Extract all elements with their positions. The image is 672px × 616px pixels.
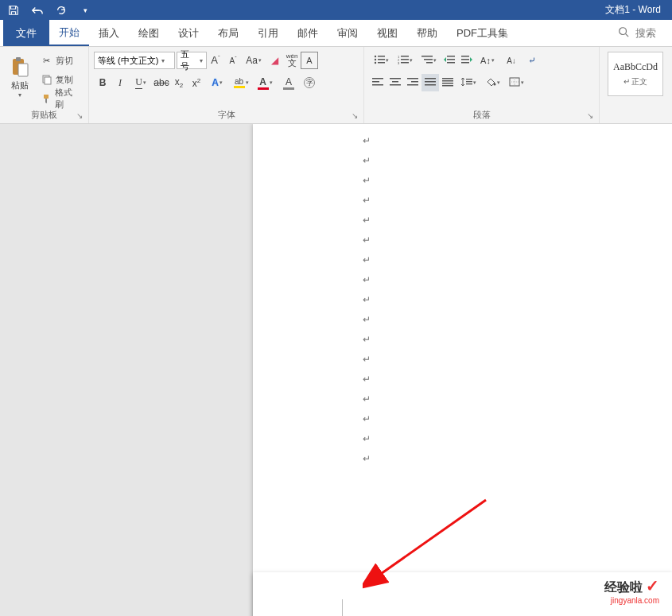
bullets-button[interactable]: ▾ [369, 52, 393, 69]
clear-formatting-button[interactable]: ◢ [266, 52, 283, 69]
font-launcher[interactable]: ↘ [349, 110, 360, 121]
tab-mail[interactable]: 邮件 [288, 20, 328, 46]
undo-button[interactable] [27, 0, 48, 20]
svg-rect-44 [466, 79, 472, 79]
chevron-down-icon: ▾ [473, 79, 476, 86]
highlight-button[interactable]: ab▾ [229, 74, 253, 91]
decrease-indent-button[interactable] [441, 52, 458, 69]
bold-button[interactable]: B [94, 74, 111, 91]
group-paragraph: ▾ 123▾ ▾ A↕▾ A↓ ⤶ ▾ ▾ ▾ 段落 ↘ [364, 47, 600, 123]
underline-button[interactable]: U▾ [129, 74, 153, 91]
tab-draw[interactable]: 绘图 [129, 20, 169, 46]
font-name-select[interactable]: 等线 (中文正文) ▾ [94, 52, 175, 69]
align-left-button[interactable] [369, 74, 386, 91]
svg-rect-36 [407, 84, 418, 86]
tab-references[interactable]: 引用 [248, 20, 288, 46]
character-border-button[interactable]: A [301, 52, 318, 69]
change-case-button[interactable]: Aa▾ [242, 52, 266, 69]
superscript-icon: x2 [192, 77, 200, 89]
svg-rect-24 [447, 62, 455, 64]
line-spacing-button[interactable]: ▾ [456, 74, 480, 91]
enclose-char-button[interactable]: 字 [301, 74, 318, 91]
distribute-button[interactable] [439, 74, 456, 91]
svg-rect-41 [442, 80, 453, 82]
align-right-button[interactable] [404, 74, 421, 91]
redo-icon [56, 5, 67, 16]
chevron-down-icon: ▾ [246, 79, 249, 86]
tab-help[interactable]: 帮助 [407, 20, 447, 46]
svg-rect-39 [425, 84, 436, 86]
font-size-select[interactable]: 五号 ▾ [177, 52, 207, 69]
search-area[interactable]: 搜索 [618, 20, 672, 46]
strikethrough-button[interactable]: abc [153, 74, 170, 91]
style-label: ↵ 正文 [623, 76, 648, 87]
tab-view[interactable]: 视图 [367, 20, 407, 46]
underline-icon: U [135, 76, 142, 89]
italic-button[interactable]: I [111, 74, 129, 91]
chevron-down-icon: ▾ [84, 6, 87, 14]
multilevel-list-button[interactable]: ▾ [417, 52, 441, 69]
svg-rect-46 [466, 83, 472, 84]
svg-rect-37 [425, 78, 436, 79]
svg-rect-40 [442, 78, 453, 79]
asian-layout-button[interactable]: A↕▾ [476, 52, 499, 69]
document-canvas[interactable]: ↵ ↵ ↵ ↵ ↵ ↵ ↵ ↵ ↵ ↵ ↵ ↵ ↵ ↵ ↵ ↵ ↵ 经验啦 ✓ … [0, 124, 672, 616]
svg-rect-38 [425, 81, 436, 83]
paragraph-launcher[interactable]: ↘ [585, 110, 596, 121]
paragraph-mark: ↵ [363, 314, 371, 326]
borders-button[interactable]: ▾ [504, 74, 528, 91]
shrink-font-button[interactable]: Aˇ [224, 52, 242, 69]
chevron-down-icon: ▾ [161, 57, 165, 64]
shrink-font-icon: Aˇ [229, 56, 236, 65]
svg-rect-23 [447, 59, 455, 60]
clipboard-launcher[interactable]: ↘ [74, 110, 85, 121]
tab-insert[interactable]: 插入 [89, 20, 129, 46]
tab-design[interactable]: 设计 [169, 20, 208, 46]
align-right-icon [407, 77, 418, 89]
justify-button[interactable] [421, 74, 439, 91]
check-icon: ✓ [646, 577, 659, 595]
grow-font-icon: Aˆ [211, 54, 219, 66]
page-1[interactable] [253, 124, 672, 616]
align-center-button[interactable] [386, 74, 404, 91]
qat-customize-button[interactable]: ▾ [75, 0, 95, 20]
numbering-button[interactable]: 123▾ [393, 52, 417, 69]
save-button[interactable] [3, 0, 24, 20]
paragraph-mark: ↵ [363, 393, 371, 405]
group-title-font: 字体 ↘ [94, 109, 359, 123]
paragraph-mark: ↵ [363, 274, 371, 286]
format-painter-button[interactable]: 格式刷 [37, 90, 84, 107]
chevron-down-icon: ▾ [433, 57, 437, 64]
sort-button[interactable]: A↓ [499, 52, 523, 69]
subscript-button[interactable]: x2 [170, 74, 188, 91]
text-effects-button[interactable]: A▾ [205, 74, 229, 91]
multilevel-icon [421, 55, 433, 67]
tab-home[interactable]: 开始 [49, 20, 89, 46]
font-color-button[interactable]: A▾ [253, 74, 277, 91]
paragraph-mark: ↵ [363, 294, 371, 306]
tab-review[interactable]: 审阅 [328, 20, 367, 46]
shading-button[interactable]: ▾ [480, 74, 504, 91]
cut-button[interactable]: ✂ 剪切 [37, 52, 84, 69]
phonetic-guide-button[interactable]: wén文 [283, 52, 301, 69]
svg-rect-12 [378, 62, 385, 64]
copy-button[interactable]: 复制 [37, 71, 84, 88]
show-marks-button[interactable]: ⤶ [523, 52, 541, 69]
paragraph-mark: ↵ [363, 135, 371, 147]
scissors-icon: ✂ [41, 54, 53, 67]
redo-button[interactable] [51, 0, 72, 20]
increase-indent-button[interactable] [458, 52, 476, 69]
indent-icon [461, 55, 472, 67]
tab-file[interactable]: 文件 [3, 20, 49, 46]
tab-layout[interactable]: 布局 [208, 20, 248, 46]
save-icon [8, 5, 19, 16]
char-shading-button[interactable]: A [277, 74, 301, 91]
tab-pdf-tools[interactable]: PDF工具集 [447, 20, 518, 46]
paste-icon [9, 56, 31, 78]
superscript-button[interactable]: x2 [188, 74, 205, 91]
style-normal[interactable]: AaBbCcDd ↵ 正文 [608, 52, 663, 96]
italic-icon: I [118, 77, 122, 89]
group-styles: AaBbCcDd ↵ 正文 [600, 47, 672, 123]
grow-font-button[interactable]: Aˆ [207, 52, 224, 69]
paste-button[interactable]: 粘贴 ▾ [5, 48, 36, 106]
